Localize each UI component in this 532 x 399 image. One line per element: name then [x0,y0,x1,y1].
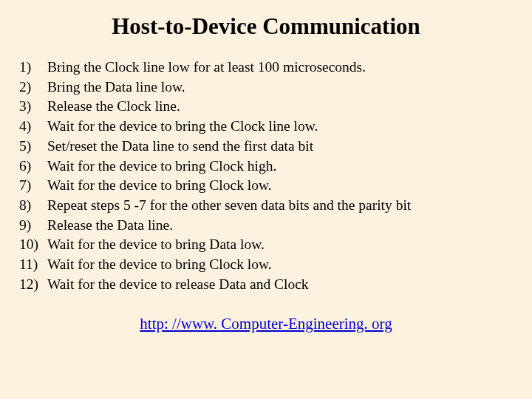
step-number: 1) [19,58,47,78]
step-text: Bring the Data line low. [47,78,517,98]
source-link[interactable]: http: //www. Computer-Engineering. org [140,315,392,332]
slide-container: Host-to-Device Communication 1) Bring th… [0,0,532,399]
step-number: 4) [19,117,47,137]
step-text: Wait for the device to bring the Clock l… [47,117,517,137]
list-item: 4) Wait for the device to bring the Cloc… [19,117,517,137]
list-item: 6) Wait for the device to bring Clock hi… [19,157,517,177]
step-number: 5) [19,137,47,157]
step-number: 12) [19,275,47,295]
list-item: 11) Wait for the device to bring Clock l… [19,255,517,275]
list-item: 9) Release the Data line. [19,216,517,236]
step-text: Wait for the device to bring Data low. [47,235,517,255]
page-title: Host-to-Device Communication [15,13,517,40]
step-number: 3) [19,97,47,117]
step-number: 2) [19,78,47,98]
step-text: Wait for the device to bring Clock low. [47,255,517,275]
step-number: 11) [19,255,47,275]
step-text: Set/reset the Data line to send the firs… [47,137,517,157]
step-text: Wait for the device to bring Clock low. [47,176,517,196]
step-number: 6) [19,157,47,177]
list-item: 2) Bring the Data line low. [19,78,517,98]
steps-list: 1) Bring the Clock line low for at least… [15,58,517,294]
step-number: 8) [19,196,47,216]
step-text: Wait for the device to release Data and … [47,275,517,295]
step-number: 10) [19,235,47,255]
footer: http: //www. Computer-Engineering. org [15,315,517,333]
list-item: 8) Repeat steps 5 -7 for the other seven… [19,196,517,216]
step-number: 7) [19,176,47,196]
list-item: 12) Wait for the device to release Data … [19,275,517,295]
step-text: Release the Data line. [47,216,517,236]
step-text: Release the Clock line. [47,97,517,117]
step-text: Bring the Clock line low for at least 10… [47,58,517,78]
step-text: Repeat steps 5 -7 for the other seven da… [47,196,517,216]
list-item: 5) Set/reset the Data line to send the f… [19,137,517,157]
list-item: 7) Wait for the device to bring Clock lo… [19,176,517,196]
list-item: 10) Wait for the device to bring Data lo… [19,235,517,255]
step-number: 9) [19,216,47,236]
step-text: Wait for the device to bring Clock high. [47,157,517,177]
list-item: 1) Bring the Clock line low for at least… [19,58,517,78]
list-item: 3) Release the Clock line. [19,97,517,117]
